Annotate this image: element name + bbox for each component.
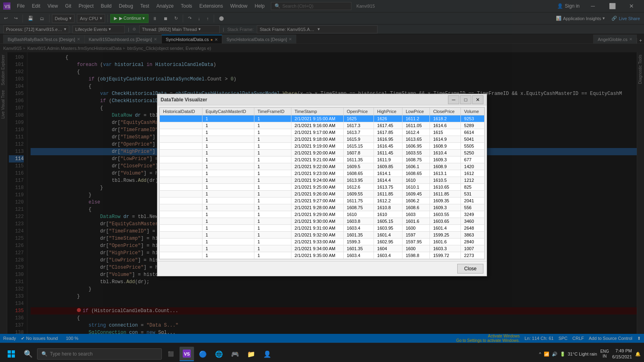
table-cell: 1603.55 <box>430 211 461 218</box>
table-cell: 1007 <box>461 245 485 252</box>
modal-restore-button[interactable]: □ <box>460 95 471 104</box>
battery-icon[interactable]: 🔋 <box>560 352 566 357</box>
table-row[interactable]: 112/1/2021 9:29:00 AM1610161016031603.55… <box>160 211 485 218</box>
taskbar-search-area[interactable]: 🔍 <box>37 348 162 360</box>
table-cell: 1610.65 <box>430 184 461 191</box>
col-volume: Volume <box>461 108 485 115</box>
table-cell: 1 <box>254 150 291 156</box>
table-cell: 1611.05 <box>402 122 429 129</box>
table-cell: 1 <box>202 163 254 170</box>
table-cell: 1606.2 <box>402 197 429 204</box>
table-cell: 1603.3 <box>430 245 461 252</box>
table-row[interactable]: 112/1/2021 9:24:00 AM1613.951614.4161016… <box>160 177 485 184</box>
date-display: 6/15/2021 <box>612 354 632 360</box>
table-cell: 1604 <box>374 245 402 252</box>
taskbar: 🔍 🔍 ⬛ VS 🔵 🌐 🎮 📁 👤 ^ 📶 🔊 🔋 31°C Light ra… <box>0 346 644 362</box>
notification-icon[interactable]: 🔔 <box>635 352 641 357</box>
table-row[interactable]: 112/1/2021 9:17:00 AM1613.71617.851612.4… <box>160 129 485 136</box>
table-row[interactable]: 112/1/2021 9:32:00 AM1601.351601.4159715… <box>160 232 485 239</box>
table-cell: 2/1/2021 9:20:00 AM <box>291 150 343 156</box>
table-row[interactable]: 112/1/2021 9:34:00 AM1601.35160416001603… <box>160 245 485 252</box>
modal-close-button[interactable]: ✕ <box>472 95 483 104</box>
network-icon[interactable]: 📶 <box>544 352 549 357</box>
table-cell: 1 <box>202 143 254 150</box>
table-cell: 1613.7 <box>343 129 374 136</box>
table-cell: 1603.95 <box>374 225 402 232</box>
table-cell: 1 <box>202 177 254 184</box>
table-row[interactable]: 112/1/2021 9:22:00 AM1609.51609.851606.1… <box>160 163 485 170</box>
table-cell: 2/1/2021 9:16:00 AM <box>291 122 343 129</box>
table-cell: 1608.6 <box>402 204 429 211</box>
taskbar-taskview[interactable]: ⬛ <box>163 347 178 361</box>
table-cell <box>160 211 202 218</box>
taskbar-vs[interactable]: VS <box>180 347 194 361</box>
table-row[interactable]: 112/1/2021 9:16:00 AM1617.31617.451611.0… <box>160 122 485 129</box>
taskbar-filemanager[interactable]: 📁 <box>244 347 258 361</box>
table-row[interactable]: 112/1/2021 9:35:00 AM1603.41603.41598.81… <box>160 252 485 259</box>
table-cell: 1 <box>254 191 291 197</box>
clock[interactable]: 7:49 PM 6/15/2021 <box>612 348 632 360</box>
table-cell: 1617.85 <box>374 129 402 136</box>
table-row[interactable]: 112/1/2021 9:18:00 AM1615.91616.951613.6… <box>160 136 485 143</box>
table-cell: 1 <box>254 239 291 245</box>
table-row[interactable]: 112/1/2021 9:30:00 AM1603.81605.151601.6… <box>160 218 485 225</box>
table-cell: 1 <box>254 225 291 232</box>
table-row[interactable]: 112/1/2021 9:21:00 AM1611.351611.91608.7… <box>160 156 485 163</box>
table-cell: 3460 <box>461 218 485 225</box>
table-row[interactable]: 112/1/2021 9:15:00 AM162516261611.21618.… <box>160 115 485 122</box>
table-row[interactable]: 112/1/2021 9:26:00 AM1609.551611.851609.… <box>160 191 485 197</box>
table-cell: 1 <box>254 129 291 136</box>
table-cell: 1602.95 <box>374 239 402 245</box>
table-cell: 1613.95 <box>343 177 374 184</box>
table-cell: 1610 <box>402 177 429 184</box>
table-cell <box>160 156 202 163</box>
table-cell: 1609.3 <box>430 156 461 163</box>
table-cell: 1 <box>202 122 254 129</box>
taskbar-search[interactable]: 🔍 <box>21 347 35 361</box>
table-cell: 1617.45 <box>374 122 402 129</box>
chevron-up-icon[interactable]: ^ <box>539 352 541 356</box>
volume-icon[interactable]: 🔊 <box>552 352 557 357</box>
taskbar-search-input[interactable] <box>50 351 147 357</box>
game-icon: 🎮 <box>231 350 239 358</box>
table-cell: 1610 <box>343 211 374 218</box>
table-row[interactable]: 112/1/2021 9:33:00 AM1599.31602.951597.9… <box>160 239 485 245</box>
modal-minimize-button[interactable]: ─ <box>448 95 459 104</box>
table-row[interactable]: 112/1/2021 9:28:00 AM1608.751610.81608.6… <box>160 204 485 211</box>
table-cell <box>160 197 202 204</box>
table-cell: 1608.75 <box>402 156 429 163</box>
table-cell: 2/1/2021 9:26:00 AM <box>291 191 343 197</box>
table-row[interactable]: 112/1/2021 9:27:00 AM1611.751612.21606.2… <box>160 197 485 204</box>
taskbar-edge[interactable]: 🌐 <box>212 347 226 361</box>
taskview-icon: ⬛ <box>168 351 174 357</box>
start-button[interactable] <box>3 346 19 362</box>
table-cell: 1612.6 <box>343 184 374 191</box>
table-row[interactable]: 112/1/2021 9:31:00 AM1603.41603.95160016… <box>160 225 485 232</box>
table-row[interactable]: 112/1/2021 9:19:00 AM1615.151616.451606.… <box>160 143 485 150</box>
table-row[interactable]: 112/1/2021 9:23:00 AM1608.651614.11608.6… <box>160 170 485 177</box>
modal-footer: Close <box>157 261 487 276</box>
table-cell: 1616.95 <box>374 136 402 143</box>
table-cell: 1609.5 <box>343 163 374 170</box>
table-cell <box>160 191 202 197</box>
table-cell: 1 <box>202 184 254 191</box>
svg-rect-4 <box>12 354 15 358</box>
table-cell: 2273 <box>461 252 485 259</box>
taskbar-game[interactable]: 🎮 <box>228 347 242 361</box>
table-row[interactable]: 112/1/2021 9:20:00 AM1607.81611.451603.5… <box>160 150 485 156</box>
data-table-wrap[interactable]: HistoricalDataID EquityCashMasterID Time… <box>159 107 485 259</box>
table-cell: 1617.3 <box>343 122 374 129</box>
table-cell: 2/1/2021 9:35:00 AM <box>291 252 343 259</box>
table-cell: 1600 <box>402 225 429 232</box>
taskbar-cortana[interactable]: 🔵 <box>196 347 210 361</box>
table-cell: 2840 <box>461 239 485 245</box>
table-cell: 3249 <box>461 211 485 218</box>
table-cell: 1420 <box>461 163 485 170</box>
table-cell: 2/1/2021 9:18:00 AM <box>291 136 343 143</box>
table-cell: 1615.9 <box>343 136 374 143</box>
table-cell: 1611.85 <box>374 191 402 197</box>
taskbar-user[interactable]: 👤 <box>260 347 275 361</box>
table-row[interactable]: 112/1/2021 9:25:00 AM1612.61613.751610.1… <box>160 184 485 191</box>
modal-close-button-footer[interactable]: Close <box>457 264 483 274</box>
windows-logo-icon <box>8 350 15 358</box>
